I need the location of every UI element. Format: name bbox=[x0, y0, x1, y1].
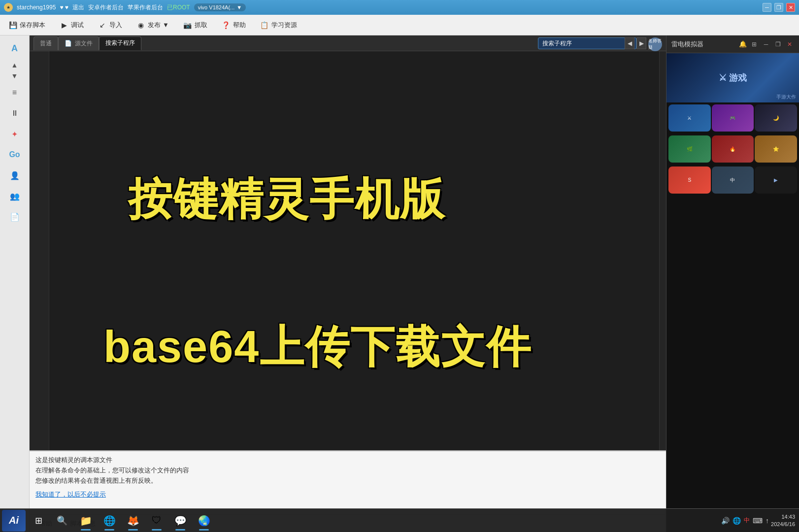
taskbar-search-btn[interactable]: 🔍 bbox=[51, 510, 73, 532]
minimize-btn[interactable]: ─ bbox=[763, 3, 771, 12]
sidebar-up-btn[interactable]: ▲ bbox=[9, 60, 21, 70]
taskbar-app-explorer[interactable]: 📁 bbox=[75, 510, 97, 532]
sidebar-down-btn[interactable]: ▼ bbox=[9, 71, 21, 81]
restore-btn[interactable]: ❐ bbox=[774, 3, 783, 12]
learn-label: 学习资源 bbox=[271, 21, 297, 30]
bottom-panel: 这是按键精灵的调本源文件 在理解各条命令的基础上，您可以修改这个文件的内容 您修… bbox=[30, 450, 666, 514]
selected-file-text: 搜索子程序 bbox=[542, 39, 572, 48]
speaker-icon[interactable]: 🔊 bbox=[721, 517, 730, 525]
tab-source[interactable]: 📄 源文件 bbox=[58, 36, 99, 50]
bottom-line1: 这是按键精灵的调本源文件 bbox=[35, 455, 660, 466]
teacher-avatar-btn[interactable]: 名师答疑 bbox=[648, 37, 662, 51]
learn-icon: 📋 bbox=[260, 20, 269, 30]
device-model: vivo V1824A(... bbox=[198, 4, 235, 10]
sys-tray: 🔊 🌐 中 ⌨ ↑ bbox=[721, 516, 769, 525]
dropdown-icon[interactable]: ▼ bbox=[236, 4, 242, 10]
save-label: 保存脚本 bbox=[20, 21, 45, 30]
import-btn[interactable]: ↙ 导入 bbox=[95, 18, 125, 32]
teacher-label: 名师答疑 bbox=[648, 38, 662, 51]
taskbar-search-icon: 🔍 bbox=[57, 515, 67, 526]
import-label: 导入 bbox=[109, 21, 122, 30]
debug-icon: ▶ bbox=[59, 20, 69, 30]
publish-dropdown-icon[interactable]: ▼ bbox=[163, 21, 169, 29]
code-content[interactable] bbox=[49, 51, 659, 450]
upload-icon[interactable]: ↑ bbox=[766, 517, 769, 525]
game-grid-2: 🌿 🔥 ⭐ bbox=[666, 133, 799, 165]
scrollbar[interactable] bbox=[659, 51, 666, 450]
sidebar-people1-icon[interactable]: 👤 bbox=[5, 166, 25, 184]
battery-icon[interactable]: ⌨ bbox=[753, 517, 763, 525]
date-display: 2024/6/16 bbox=[771, 521, 795, 528]
keyboard-icon[interactable]: 中 bbox=[744, 516, 750, 525]
tab-normal[interactable]: 普通 bbox=[33, 36, 58, 50]
game-icon-5[interactable]: 🔥 bbox=[712, 135, 754, 163]
game-icon-7[interactable]: S bbox=[668, 166, 711, 194]
save-script-btn[interactable]: 💾 保存脚本 bbox=[5, 18, 48, 32]
dismiss-link[interactable]: 我知道了，以后不必提示 bbox=[35, 491, 106, 498]
emulator-close-btn[interactable]: ✕ bbox=[785, 40, 794, 49]
code-editor[interactable]: 按键精灵手机版 base64上传下载文件 bbox=[30, 51, 666, 450]
close-btn[interactable]: ✕ bbox=[786, 3, 795, 12]
root-label: 已ROOT bbox=[167, 3, 190, 12]
sidebar-pause-icon[interactable]: ⏸ bbox=[5, 104, 25, 122]
taskbar-app-app3[interactable]: 💬 bbox=[169, 510, 191, 532]
taskbar-app-chrome[interactable]: 🌐 bbox=[99, 510, 120, 532]
tab-prev-btn[interactable]: ◀ bbox=[625, 37, 634, 49]
tab-next-btn[interactable]: ▶ bbox=[636, 37, 646, 49]
tab-bar: 普通 📄 源文件 搜索子程序 搜索子程序 ▼ ◀ ▶ 名师答疑 bbox=[30, 35, 666, 51]
taskbar-app-app2[interactable]: 🛡 bbox=[146, 510, 167, 532]
game-icon-3[interactable]: 🌙 bbox=[755, 104, 797, 132]
capture-icon: 📷 bbox=[183, 20, 193, 30]
game-icon-2[interactable]: 🎮 bbox=[712, 104, 754, 132]
window-controls: ─ ❐ ✕ bbox=[763, 3, 795, 12]
tab-source-label: 源文件 bbox=[75, 39, 93, 48]
sidebar-people2-icon[interactable]: 👥 bbox=[5, 187, 25, 205]
start-btn[interactable]: ⊞ bbox=[28, 510, 49, 532]
sidebar-doc-icon[interactable]: 📄 bbox=[5, 208, 25, 226]
capture-btn[interactable]: 📷 抓取 bbox=[180, 18, 210, 32]
line-numbers bbox=[30, 51, 49, 450]
taskbar-app-app4[interactable]: 🌏 bbox=[193, 510, 215, 532]
help-btn[interactable]: ❓ 帮助 bbox=[218, 18, 249, 32]
game-grid-1: ⚔ 🎮 🌙 bbox=[666, 102, 799, 133]
time-display: 14:43 bbox=[771, 513, 795, 520]
help-icon: ❓ bbox=[221, 20, 231, 30]
game-icon-6[interactable]: ⭐ bbox=[755, 135, 797, 163]
ai-label: Ai bbox=[9, 515, 19, 526]
emulator-min-btn[interactable]: ─ bbox=[762, 40, 770, 49]
emulator-grid-icon[interactable]: ⊞ bbox=[750, 40, 759, 49]
tab-search[interactable]: 搜索子程序 bbox=[99, 36, 141, 50]
game-icon-4[interactable]: 🌿 bbox=[668, 135, 711, 163]
publish-btn[interactable]: ◉ 发布 ▼ bbox=[133, 18, 172, 32]
sidebar-star-icon[interactable]: ✦ bbox=[5, 125, 25, 143]
android-backend-btn[interactable]: 安卓作者后台 bbox=[88, 3, 124, 12]
title-bar: ★ starcheng1995 ♥ ♥ 退出 安卓作者后台 苹果作者后台 已RO… bbox=[0, 0, 799, 15]
logout-btn[interactable]: 退出 bbox=[72, 3, 84, 12]
game-icon-9[interactable]: ▶ bbox=[755, 166, 797, 194]
sidebar-nav: ▲ ▼ bbox=[9, 60, 21, 81]
title-bar-info: ★ starcheng1995 ♥ ♥ 退出 安卓作者后台 苹果作者后台 已RO… bbox=[4, 3, 246, 12]
apple-backend-btn[interactable]: 苹果作者后台 bbox=[128, 3, 163, 12]
user-avatar: ★ bbox=[4, 3, 13, 12]
sidebar-go-icon[interactable]: Go bbox=[5, 146, 25, 164]
emulator-restore-btn[interactable]: ❐ bbox=[773, 40, 782, 49]
tab-file-selector[interactable]: 搜索子程序 ▼ bbox=[538, 37, 636, 49]
network-icon[interactable]: 🌐 bbox=[732, 517, 741, 525]
sidebar-lines-icon[interactable]: ≡ bbox=[5, 84, 25, 101]
game-title-text: ⚔ 游戏 bbox=[719, 72, 747, 84]
debug-btn[interactable]: ▶ 调试 bbox=[56, 18, 87, 32]
clock-area[interactable]: 14:43 2024/6/16 bbox=[771, 513, 795, 528]
taskbar-left: Ai ⊞ 🔍 📁 🌐 🦊 🛡 💬 🌏 bbox=[0, 510, 215, 532]
source-file-icon: 📄 bbox=[65, 40, 72, 47]
taskbar-app-app1[interactable]: 🦊 bbox=[122, 510, 144, 532]
explorer-icon: 📁 bbox=[80, 515, 92, 527]
bottom-line3: 您修改的结果将会在普通视图上有所反映。 bbox=[35, 476, 660, 486]
game-icon-8[interactable]: 中 bbox=[712, 166, 754, 194]
username-label: starcheng1995 bbox=[17, 4, 56, 11]
start-icon: ⊞ bbox=[35, 515, 42, 526]
learn-btn[interactable]: 📋 学习资源 bbox=[257, 18, 300, 32]
game-icon-1[interactable]: ⚔ bbox=[668, 104, 711, 132]
tab-search-label: 搜索子程序 bbox=[105, 39, 135, 47]
capture-label: 抓取 bbox=[195, 21, 207, 30]
ai-badge[interactable]: Ai bbox=[2, 510, 26, 532]
